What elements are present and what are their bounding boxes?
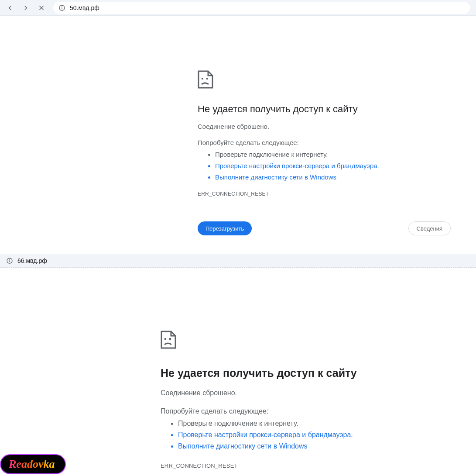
watermark-badge: Readovka <box>0 454 66 474</box>
browser-window-1: 50.мвд.рф Не удается получить доступ к с… <box>0 0 476 16</box>
proxy-settings-link[interactable]: Проверьте настройки прокси-сервера и бра… <box>215 162 377 169</box>
error-subtitle: Соединение сброшено. <box>161 389 440 397</box>
error-page-1: Не удается получить доступ к сайту Соеди… <box>0 16 476 254</box>
svg-point-2 <box>62 6 62 7</box>
error-try-label: Попробуйте сделать следующее: <box>198 139 451 146</box>
site-info-icon[interactable] <box>58 4 65 11</box>
error-subtitle: Соединение сброшено. <box>198 123 451 130</box>
network-diagnostics-link[interactable]: Выполните диагностику сети в Windows <box>215 173 336 181</box>
error-suggestion-item: Выполните диагностику сети в Windows <box>215 172 451 183</box>
button-row: Перезагрузить Сведения <box>198 221 451 235</box>
error-suggestion-item: Проверьте настройки прокси-сервера и бра… <box>178 429 440 441</box>
error-suggestion-item: Выполните диагностику сети в Windows <box>178 441 440 452</box>
stop-button[interactable] <box>38 4 45 12</box>
error-page-2: Не удается получить доступ к сайту Соеди… <box>0 268 476 476</box>
error-suggestion-item: Проверьте подключение к интернету. <box>215 149 451 160</box>
frown-document-icon <box>198 70 213 89</box>
svg-rect-8 <box>164 338 166 340</box>
frown-document-icon <box>161 330 176 349</box>
svg-rect-9 <box>169 338 171 340</box>
reload-button[interactable]: Перезагрузить <box>198 221 252 235</box>
error-content: Не удается получить доступ к сайту Соеди… <box>198 70 451 235</box>
network-diagnostics-link[interactable]: Выполните диагностику сети в Windows <box>178 442 308 450</box>
toolbar: 66.мвд.рф <box>0 254 476 268</box>
forward-button[interactable] <box>22 4 30 12</box>
address-bar[interactable]: 50.мвд.рф <box>53 2 470 14</box>
error-suggestion-list: Проверьте подключение к интернету. Прове… <box>198 149 451 183</box>
svg-rect-4 <box>206 78 208 79</box>
proxy-settings-link[interactable]: Проверьте настройки прокси-сервера и бра… <box>178 431 351 438</box>
error-title: Не удается получить доступ к сайту <box>161 367 440 379</box>
svg-point-7 <box>9 259 10 260</box>
error-suggestion-item: Проверьте настройки прокси-сервера и бра… <box>215 160 451 172</box>
url-text: 50.мвд.рф <box>70 4 99 11</box>
site-info-icon[interactable] <box>6 257 13 264</box>
svg-rect-3 <box>202 78 203 79</box>
toolbar: 50.мвд.рф <box>0 0 476 16</box>
error-code: ERR_CONNECTION_RESET <box>198 191 451 197</box>
watermark-text: Readovka <box>9 458 55 471</box>
browser-window-2: 66.мвд.рф Не удается получить доступ к с… <box>0 254 476 476</box>
details-button[interactable]: Сведения <box>408 221 451 235</box>
error-suggestion-item: Проверьте подключение к интернету. <box>178 418 440 429</box>
error-suggestion-list: Проверьте подключение к интернету. Прове… <box>161 418 440 452</box>
error-content: Не удается получить доступ к сайту Соеди… <box>161 330 440 469</box>
back-button[interactable] <box>6 4 14 12</box>
error-try-label: Попробуйте сделать следующее: <box>161 407 440 415</box>
error-title: Не удается получить доступ к сайту <box>198 103 451 115</box>
url-text: 66.мвд.рф <box>17 257 47 264</box>
error-code: ERR_CONNECTION_RESET <box>161 462 440 469</box>
